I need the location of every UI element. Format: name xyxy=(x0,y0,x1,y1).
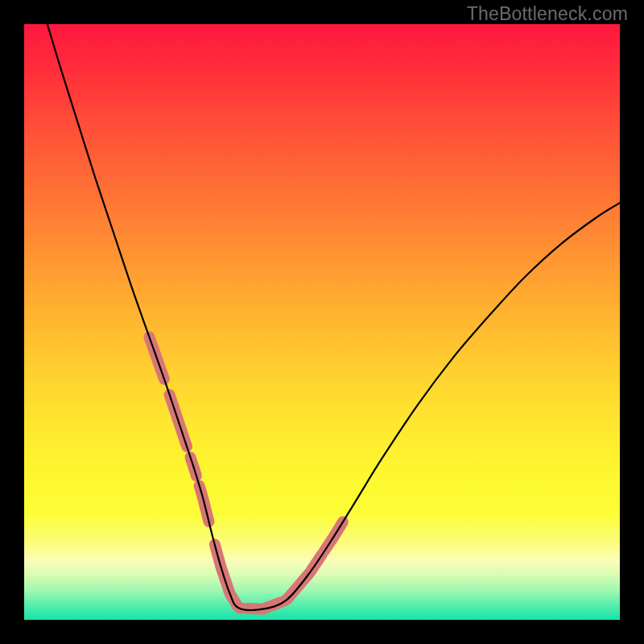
watermark-text: TheBottleneck.com xyxy=(467,3,628,25)
plot-area xyxy=(24,24,620,620)
curve-highlight-segment xyxy=(285,555,322,601)
curve-highlight-segment xyxy=(215,544,242,608)
bottleneck-curve xyxy=(24,24,620,610)
chart-frame: TheBottleneck.com xyxy=(0,0,644,644)
curve-svg xyxy=(24,24,620,620)
